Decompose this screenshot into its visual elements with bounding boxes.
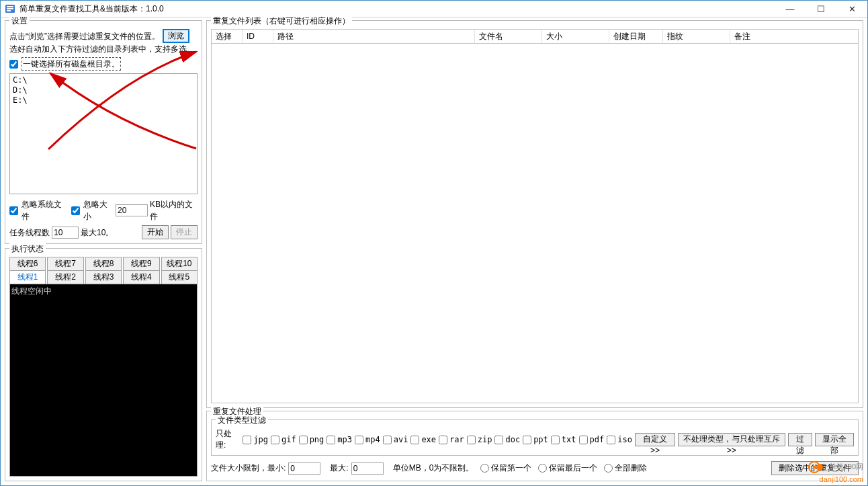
tab-thread-5[interactable]: 线程5 — [161, 270, 198, 284]
col-id[interactable]: ID — [243, 30, 273, 43]
threads-label: 任务线程数 — [9, 227, 50, 239]
stop-button: 停止 — [171, 225, 198, 239]
table-body[interactable] — [211, 44, 859, 403]
ignore-size-input[interactable] — [116, 204, 148, 216]
size-min-input[interactable] — [288, 462, 320, 475]
type-iso: iso — [607, 435, 632, 444]
svg-rect-1 — [7, 6, 13, 7]
col-name[interactable]: 文件名 — [475, 30, 542, 43]
col-date[interactable]: 创建日期 — [609, 30, 663, 43]
size-max-label: 最大: — [330, 462, 348, 474]
type-gif: gif — [271, 435, 296, 444]
type-mp3: mp3 — [327, 435, 352, 444]
window-title: 简单重复文件查找工具&当前版本：1.0.0 — [19, 3, 775, 15]
tab-thread-1[interactable]: 线程1 — [9, 270, 46, 284]
close-button[interactable]: ✕ — [836, 1, 867, 17]
col-hash[interactable]: 指纹 — [663, 30, 730, 43]
svg-rect-2 — [7, 8, 13, 9]
type-rar: rar — [439, 435, 464, 444]
path-list[interactable]: C:\ D:\ E:\ — [9, 73, 198, 194]
exclude-types-button[interactable]: 不处理类型，与只处理互斥>> — [678, 433, 785, 446]
keep-first-radio[interactable] — [480, 464, 489, 473]
svg-rect-3 — [7, 10, 11, 11]
tab-thread-7[interactable]: 线程7 — [47, 257, 83, 270]
tab-thread-10[interactable]: 线程10 — [161, 257, 198, 270]
app-icon — [5, 3, 15, 14]
only-label: 只处理: — [216, 428, 240, 451]
type-zip: zip — [467, 435, 492, 444]
ignore-sys-checkbox[interactable] — [9, 206, 18, 215]
threads-input[interactable] — [52, 227, 79, 239]
minimize-button[interactable]: — — [775, 1, 806, 17]
type-avi: avi — [383, 435, 408, 444]
type-jpg: jpg — [243, 435, 268, 444]
start-button[interactable]: 开始 — [142, 225, 169, 239]
type-txt: txt — [551, 435, 576, 444]
ignore-size-label: 忽略大小 — [83, 198, 114, 222]
col-size[interactable]: 大小 — [542, 30, 609, 43]
type-exe: exe — [410, 435, 436, 444]
delete-selected-button[interactable]: 删除选中的重复文件 — [771, 461, 859, 475]
filter-button[interactable]: 过滤 — [788, 433, 812, 446]
settings-hint-2: 选好自动加入下方待过滤的目录列表中，支持多选。 — [9, 43, 198, 55]
settings-hint-1: 点击“浏览”选择需要过滤重复文件的位置。 — [9, 30, 160, 42]
maximize-button[interactable]: ☐ — [806, 1, 836, 17]
list-group-title: 重复文件列表（右键可进行相应操作） — [211, 15, 352, 27]
settings-group-title: 设置 — [9, 15, 30, 27]
ignore-size-suffix: KB以内的文件 — [150, 198, 198, 222]
tab-thread-4[interactable]: 线程4 — [123, 270, 159, 284]
ignore-size-checkbox[interactable] — [71, 206, 80, 215]
tab-thread-8[interactable]: 线程8 — [85, 257, 122, 270]
size-unit-label: 单位MB，0为不限制。 — [393, 462, 474, 474]
tab-thread-9[interactable]: 线程9 — [123, 257, 159, 270]
browse-button[interactable]: 浏览 — [163, 29, 189, 43]
ignore-sys-label: 忽略系统文件 — [21, 198, 67, 222]
tab-thread-3[interactable]: 线程3 — [85, 270, 122, 284]
col-path[interactable]: 路径 — [273, 30, 475, 43]
tab-thread-2[interactable]: 线程2 — [47, 270, 83, 284]
select-all-disks-label: 一键选择所有磁盘根目录。 — [21, 57, 121, 71]
size-min-label: 文件大小限制，最小: — [211, 462, 286, 474]
table-header: 选择 ID 路径 文件名 大小 创建日期 指纹 备注 — [211, 29, 859, 44]
type-pdf: pdf — [579, 435, 605, 444]
select-all-disks-checkbox[interactable] — [9, 60, 18, 69]
delete-all-radio[interactable] — [604, 464, 613, 473]
thread-console: 线程空闲中 — [9, 284, 198, 477]
filter-group-title: 文件类型过滤 — [216, 415, 268, 426]
show-all-button[interactable]: 显示全部 — [815, 433, 854, 446]
type-doc: doc — [494, 435, 520, 444]
tab-thread-6[interactable]: 线程6 — [9, 257, 46, 270]
type-ppt: ppt — [523, 435, 548, 444]
threads-suffix: 最大10。 — [81, 227, 114, 239]
size-max-input[interactable] — [351, 462, 384, 475]
keep-last-radio[interactable] — [538, 464, 547, 473]
exec-group-title: 执行状态 — [9, 243, 46, 255]
custom-types-button[interactable]: 自定义>> — [635, 433, 675, 446]
type-png: png — [299, 435, 324, 444]
col-select[interactable]: 选择 — [212, 30, 243, 43]
col-note[interactable]: 备注 — [730, 30, 858, 43]
type-mp4: mp4 — [355, 435, 380, 444]
